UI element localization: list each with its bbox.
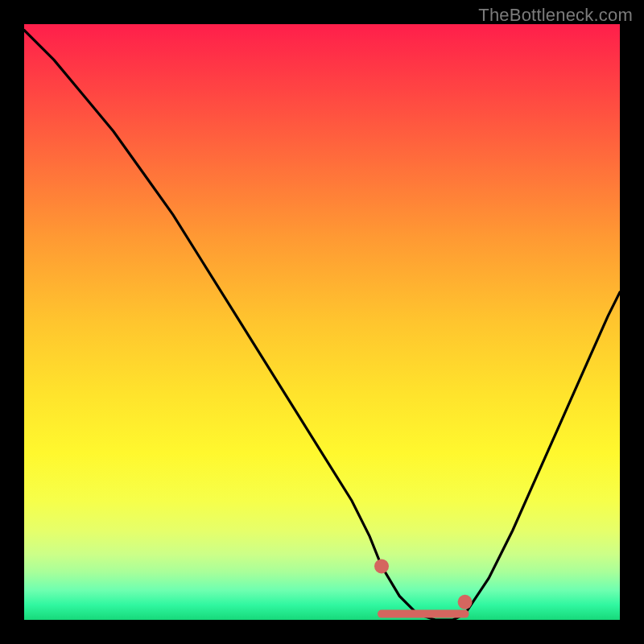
- chart-svg: [24, 24, 620, 620]
- outer-frame: TheBottleneck.com: [0, 0, 644, 644]
- watermark-text: TheBottleneck.com: [478, 5, 633, 26]
- sweet-spot-end-marker: [458, 595, 473, 609]
- chart-area: [24, 24, 620, 620]
- bottleneck-curve: [24, 30, 620, 620]
- sweet-spot-start-marker: [374, 559, 389, 573]
